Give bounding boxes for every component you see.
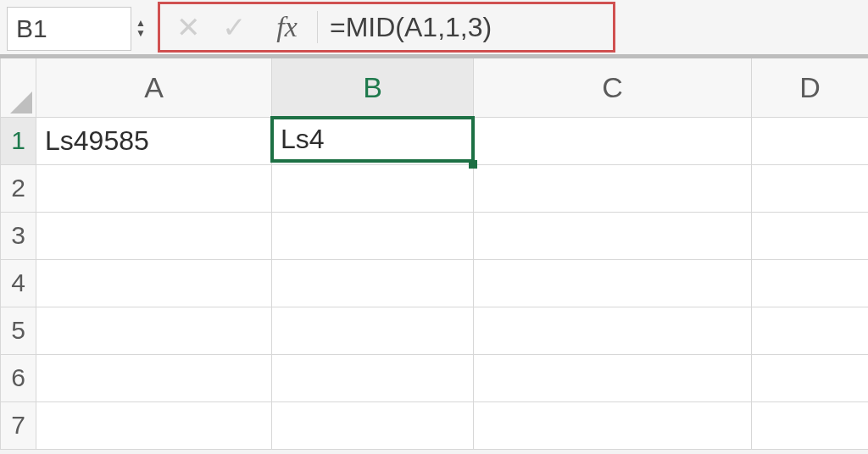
cell-D4[interactable] bbox=[752, 259, 869, 307]
row-2: 2 bbox=[1, 164, 869, 212]
cell-B1[interactable]: Ls4 bbox=[272, 117, 474, 164]
formula-input[interactable]: =MID(A1,1,3) bbox=[326, 12, 604, 43]
cell-D2[interactable] bbox=[752, 164, 869, 212]
row-3: 3 bbox=[1, 212, 869, 259]
cell-D6[interactable] bbox=[752, 354, 869, 401]
cancel-formula-button[interactable]: ✕ bbox=[165, 10, 211, 44]
spreadsheet-grid: A B C D 1 Ls49585 Ls4 2 3 bbox=[0, 57, 868, 450]
col-header-A[interactable]: A bbox=[36, 58, 272, 117]
row-header-1[interactable]: 1 bbox=[1, 117, 36, 164]
cell-A1[interactable]: Ls49585 bbox=[36, 117, 272, 164]
cell-A1-content: Ls49585 bbox=[36, 118, 271, 164]
stepper-down-icon[interactable]: ▼ bbox=[136, 29, 146, 39]
column-header-row: A B C D bbox=[1, 58, 869, 117]
cell-A7[interactable] bbox=[36, 401, 272, 449]
row-header-4[interactable]: 4 bbox=[1, 259, 36, 307]
insert-function-button[interactable]: fx bbox=[257, 11, 318, 43]
cell-A2[interactable] bbox=[36, 164, 272, 212]
col-header-D[interactable]: D bbox=[752, 58, 869, 117]
cell-D5[interactable] bbox=[752, 307, 869, 354]
cell-B2[interactable] bbox=[272, 164, 474, 212]
cell-D1[interactable] bbox=[752, 117, 869, 164]
enter-formula-button[interactable]: ✓ bbox=[211, 10, 257, 44]
col-header-C[interactable]: C bbox=[474, 58, 752, 117]
cell-B7[interactable] bbox=[272, 401, 474, 449]
cell-A3[interactable] bbox=[36, 212, 272, 259]
cell-D7[interactable] bbox=[752, 401, 869, 449]
formula-bar: B1 ▲ ▼ ✕ ✓ fx =MID(A1,1,3) bbox=[0, 0, 868, 57]
formula-box-area: ✕ ✓ fx =MID(A1,1,3) bbox=[158, 2, 615, 53]
cell-D3[interactable] bbox=[752, 212, 869, 259]
cell-D1-content bbox=[752, 118, 868, 164]
fill-handle[interactable] bbox=[469, 160, 477, 169]
name-box-wrap: B1 ▲ ▼ bbox=[0, 0, 156, 57]
cell-C3[interactable] bbox=[474, 212, 752, 259]
cell-A6[interactable] bbox=[36, 354, 272, 401]
cell-B1-content: Ls4 bbox=[270, 116, 475, 163]
select-all-corner[interactable] bbox=[1, 58, 36, 117]
row-header-5[interactable]: 5 bbox=[1, 307, 36, 354]
row-7: 7 bbox=[1, 401, 869, 449]
cell-C5[interactable] bbox=[474, 307, 752, 354]
row-5: 5 bbox=[1, 307, 869, 354]
cell-C2[interactable] bbox=[474, 164, 752, 212]
row-1: 1 Ls49585 Ls4 bbox=[1, 117, 869, 164]
cell-A4[interactable] bbox=[36, 259, 272, 307]
row-4: 4 bbox=[1, 259, 869, 307]
row-header-3[interactable]: 3 bbox=[1, 212, 36, 259]
row-header-6[interactable]: 6 bbox=[1, 354, 36, 401]
row-header-7[interactable]: 7 bbox=[1, 401, 36, 449]
cell-B4[interactable] bbox=[272, 259, 474, 307]
cell-C1[interactable] bbox=[474, 117, 752, 164]
cell-C1-content bbox=[474, 118, 751, 164]
row-6: 6 bbox=[1, 354, 869, 401]
row-header-2[interactable]: 2 bbox=[1, 164, 36, 212]
cell-A5[interactable] bbox=[36, 307, 272, 354]
cell-B3[interactable] bbox=[272, 212, 474, 259]
cell-B5[interactable] bbox=[272, 307, 474, 354]
name-box-stepper[interactable]: ▲ ▼ bbox=[131, 7, 151, 51]
cell-C4[interactable] bbox=[474, 259, 752, 307]
grid-table: A B C D 1 Ls49585 Ls4 2 3 bbox=[0, 57, 868, 450]
cell-B6[interactable] bbox=[272, 354, 474, 401]
col-header-B[interactable]: B bbox=[272, 58, 474, 117]
cell-C6[interactable] bbox=[474, 354, 752, 401]
cell-C7[interactable] bbox=[474, 401, 752, 449]
name-box[interactable]: B1 bbox=[7, 7, 131, 51]
